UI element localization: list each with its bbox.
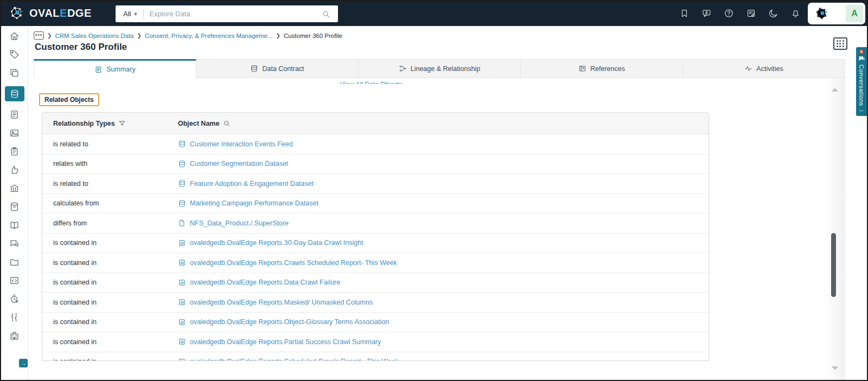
relationship-type: is related to xyxy=(53,140,88,148)
help-icon[interactable] xyxy=(724,8,734,18)
object-link[interactable]: ovaledgedb.OvalEdge Reports.Masked/ Unma… xyxy=(190,299,373,306)
search-scope-dropdown[interactable]: All▼ xyxy=(116,10,143,18)
relationship-type: is related to xyxy=(53,180,88,188)
expand-sidebar-button[interactable]: → xyxy=(19,359,28,367)
sidebar-item-query-editor[interactable] xyxy=(9,275,20,286)
sidebar-item-copy[interactable] xyxy=(9,68,20,78)
governance-icon xyxy=(9,183,20,193)
sidebar-item-organization[interactable] xyxy=(9,331,20,341)
sidebar-item-clipboard[interactable] xyxy=(9,146,20,157)
breadcrumb-item[interactable]: CRM Sales Operations Data xyxy=(55,33,133,39)
sidebar-item-governance[interactable] xyxy=(9,183,20,193)
object-link[interactable]: Marketing Campaign Performance Dataset xyxy=(190,199,318,207)
tab-label: Data Contract xyxy=(262,65,304,73)
lineage-icon xyxy=(399,64,407,73)
notifications-icon[interactable] xyxy=(790,8,801,18)
table-row: is contained inovaledgedb.OvalEdge Repor… xyxy=(42,234,709,254)
global-search: All▼ xyxy=(116,5,338,22)
page-title: Customer 360 Profile xyxy=(35,42,127,53)
object-link[interactable]: ovaledgedb.OvalEdge Reports.Object-Gloss… xyxy=(190,318,389,326)
report-icon xyxy=(178,338,186,346)
dark-mode-icon[interactable] xyxy=(768,8,778,18)
object-link[interactable]: Customer Interaction Events Feed xyxy=(190,140,293,148)
release-notes-icon[interactable] xyxy=(746,8,756,18)
tab-label: Summary xyxy=(106,66,135,73)
scrollbar-down-arrow[interactable] xyxy=(832,366,838,370)
brand-logo[interactable]: OVALEDGE xyxy=(9,5,92,21)
sidebar-item-discussions[interactable] xyxy=(9,238,20,249)
sidebar-item-endorse[interactable] xyxy=(9,165,20,175)
activities-icon xyxy=(744,64,752,73)
account-pill[interactable]: A xyxy=(808,3,865,24)
feedback-icon[interactable] xyxy=(701,8,712,18)
conversations-chat-icon xyxy=(858,55,865,62)
breadcrumb-item[interactable]: Consent, Privacy, & Preferences Manageme… xyxy=(145,33,273,39)
object-link[interactable]: ovaledgedb.OvalEdge Reports.Data Crawl F… xyxy=(190,279,340,286)
data-contract-icon xyxy=(250,64,258,73)
endorse-icon xyxy=(9,165,20,175)
tab-summary[interactable]: Summary xyxy=(34,59,196,78)
copy-icon xyxy=(9,68,20,78)
tab-lineage-relationship[interactable]: Lineage & Relationship xyxy=(359,59,521,78)
sidebar-item-data-catalog[interactable] xyxy=(5,86,24,101)
app-window: OVALEDGE All▼ A → ••• ❯CRM Sales Operati… xyxy=(0,0,868,381)
relationship-type: differs from xyxy=(53,219,87,227)
breadcrumb-more-icon[interactable]: ••• xyxy=(34,31,44,40)
object-link[interactable]: ovaledgedb.OvalEdge Reports.Crawls Sched… xyxy=(190,259,397,267)
sidebar-item-scheduler[interactable] xyxy=(9,294,20,304)
sidebar-item-tools[interactable] xyxy=(9,312,20,322)
conversations-panel-tab[interactable]: 0 Conversations ← xyxy=(856,47,867,116)
search-input[interactable] xyxy=(144,10,322,18)
sidebar-item-notes[interactable] xyxy=(9,109,20,120)
object-link[interactable]: ovaledgedb.OvalEdge Reports.30-Day Data … xyxy=(190,239,363,247)
related-objects-label: Related Objects xyxy=(39,93,99,106)
tab-data-contract[interactable]: Data Contract xyxy=(196,59,359,78)
data-stories-icon xyxy=(9,202,20,212)
references-icon xyxy=(578,64,586,73)
object-link[interactable]: Customer Segmentation Dataset xyxy=(190,160,288,167)
object-link[interactable]: ovaledgedb.OvalEdge Reports.Partial Succ… xyxy=(190,338,381,346)
tab-label: Lineage & Relationship xyxy=(411,65,481,73)
scrollbar-thumb[interactable] xyxy=(831,233,836,297)
tab-bar: SummaryData ContractLineage & Relationsh… xyxy=(34,59,845,78)
sidebar-item-home[interactable] xyxy=(9,31,20,41)
brand-name: OVALEDGE xyxy=(29,7,92,20)
conversations-title: Conversations xyxy=(858,64,865,106)
sidebar-item-tag[interactable] xyxy=(9,49,20,60)
dataset-icon xyxy=(178,160,186,168)
object-link[interactable]: ovaledgedb.OvalEdge Reports.Scheduled Cr… xyxy=(190,358,399,361)
table-row: differs fromNFS_Data_Product./.SuperStor… xyxy=(42,214,709,234)
sidebar-item-glossary-book[interactable] xyxy=(9,220,20,230)
relationship-type: is contained in xyxy=(53,299,97,306)
sidebar-item-data-stories[interactable] xyxy=(9,202,20,212)
dataset-icon xyxy=(178,179,186,188)
chevron-right-icon: ❯ xyxy=(137,33,141,38)
object-link[interactable]: Feature Adoption & Engagement Dataset xyxy=(190,180,314,188)
report-icon xyxy=(178,298,186,306)
table-row: is contained inovaledgedb.OvalEdge Repor… xyxy=(42,313,709,333)
avatar[interactable]: A xyxy=(846,5,863,22)
tab-references[interactable]: References xyxy=(521,59,683,78)
search-icon[interactable] xyxy=(322,10,330,18)
scrollbar-up-arrow[interactable] xyxy=(832,88,838,92)
dataset-icon xyxy=(178,199,186,208)
search-icon[interactable] xyxy=(223,120,231,127)
table-header: Relationship Types Object Name xyxy=(42,113,709,134)
tab-activities[interactable]: Activities xyxy=(683,59,845,78)
relationship-type: is contained in xyxy=(53,318,97,326)
column-relationship-types: Relationship Types xyxy=(53,120,115,127)
view-all-data-objects-link[interactable]: View All Data Objects → xyxy=(42,79,709,84)
notes-icon xyxy=(9,109,20,120)
table-row: is related toCustomer Interaction Events… xyxy=(42,134,709,154)
sidebar-item-folder[interactable] xyxy=(9,257,20,267)
chevron-down-icon: ▼ xyxy=(133,11,138,17)
sidebar-item-media[interactable] xyxy=(9,128,20,138)
header-icon-group xyxy=(679,8,801,18)
apps-grid-icon[interactable] xyxy=(833,37,847,50)
glossary-book-icon xyxy=(9,220,20,230)
filter-icon[interactable] xyxy=(118,120,126,127)
object-link[interactable]: NFS_Data_Product./.SuperStore xyxy=(190,219,289,227)
bookmark-icon[interactable] xyxy=(679,8,690,18)
summary-icon xyxy=(94,66,103,74)
tab-label: Activities xyxy=(756,65,783,73)
